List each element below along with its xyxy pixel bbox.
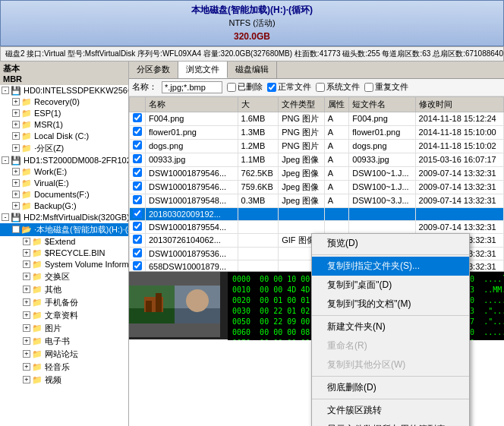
sidebar-item-localh[interactable]: -📂·本地磁盘(智能加载)(H:)·(循环) (0, 223, 128, 236)
expand-btn-backupg[interactable]: + (12, 202, 20, 210)
col-attr[interactable]: 属性 (324, 96, 348, 112)
table-row[interactable]: F004.png1.6MBPNG 图片AF004.png2014-11-18 1… (130, 112, 504, 125)
col-size[interactable]: 大 (238, 96, 279, 112)
expand-btn-localh[interactable]: - (12, 226, 20, 233)
expand-btn-wenzhang[interactable]: + (23, 311, 30, 319)
cb-duplicate[interactable] (364, 83, 373, 92)
file-checkbox-6[interactable] (133, 195, 142, 204)
file-checkbox-4[interactable] (133, 168, 142, 177)
expand-btn-esp[interactable]: + (12, 109, 20, 117)
file-checkbox-0[interactable] (133, 113, 142, 122)
sidebar-item-viruale[interactable]: +📁Virual(E:) (0, 178, 128, 189)
sidebar-item-documentsf[interactable]: +📁Documents(F:) (0, 189, 128, 200)
expand-btn-worke[interactable]: + (12, 168, 20, 175)
ctx-item[interactable]: 复制到"桌面"(D) (312, 276, 469, 295)
tab-disk-edit[interactable]: 磁盘编辑 (228, 62, 277, 78)
table-row[interactable]: DSW10001879554...2009-07-14 13:32:31 (130, 220, 504, 233)
col-short[interactable]: 短文件名 (349, 96, 415, 112)
col-modified[interactable]: 修改时间 (415, 96, 503, 112)
cb-deleted[interactable] (227, 83, 236, 92)
sidebar-item-msr[interactable]: +📁MSR(1) (0, 119, 128, 131)
sidebar-item-shipin[interactable]: +📁视频 (0, 374, 128, 387)
ctx-item[interactable]: 彻底删除(D) (312, 378, 469, 397)
sidebar-item-tupian[interactable]: +📁图片 (0, 322, 128, 335)
expand-btn-shipin[interactable]: + (23, 376, 30, 383)
expand-btn-wangzhan[interactable]: + (23, 350, 30, 358)
file-checkbox-3[interactable] (133, 154, 142, 163)
name-filter-input[interactable] (162, 81, 222, 93)
expand-btn-dianzi[interactable]: + (23, 337, 30, 345)
sidebar-item-jiaohuanqu[interactable]: +📁交换区 (0, 270, 128, 283)
col-name[interactable]: 名称 (146, 96, 238, 112)
sidebar-label-backupg: Backup(G:) (34, 201, 77, 210)
file-checkbox-2[interactable] (133, 140, 142, 150)
sidebar-item-worke[interactable]: +📁Work(E:) (0, 166, 128, 178)
ctx-item[interactable]: 文件簇区跳转 (312, 401, 469, 420)
expand-btn-tupian[interactable]: + (23, 324, 30, 332)
expand-btn-extend[interactable]: + (23, 238, 30, 245)
expand-btn-hd2[interactable]: - (2, 213, 9, 221)
file-cell-5: 2009-07-14 13:32:31 (415, 194, 503, 207)
sidebar-item-wenzhang[interactable]: +📁文章资料 (0, 309, 128, 322)
expand-btn-localc[interactable]: + (12, 132, 20, 140)
thumbnail-2 (175, 272, 220, 337)
ctx-item[interactable]: 新建文件夹(N) (312, 317, 469, 336)
file-checkbox-5[interactable] (133, 181, 142, 191)
expand-btn-yinyue[interactable]: + (23, 363, 30, 371)
sidebar-item-dianzi[interactable]: +📁电子书 (0, 335, 128, 348)
expand-btn-viruale[interactable]: + (12, 179, 20, 187)
table-row[interactable]: DSW10001879546...762.5KBJpeg 图像ADSW100~1… (130, 166, 504, 180)
sidebar-header: 基本MBR (0, 62, 128, 85)
table-row[interactable]: DSW10001879548...0.3MBJpeg 图像ADSW100~3.J… (130, 194, 504, 207)
file-checkbox-1[interactable] (133, 127, 142, 136)
col-type[interactable]: 文件类型 (279, 96, 325, 112)
sidebar-item-recovery[interactable]: +📁Recovery(0) (0, 96, 128, 108)
expand-btn-sysvolinfo[interactable]: + (23, 260, 30, 268)
sidebar-item-extend[interactable]: +📁$Extend (0, 236, 128, 248)
table-row[interactable]: flower01.png1.3MBPNG 图片Aflower01.png2014… (130, 125, 504, 139)
expand-btn-divider[interactable]: + (12, 144, 20, 152)
sidebar-item-esp[interactable]: +📁ESP(1) (0, 108, 128, 119)
file-checkbox-10[interactable] (133, 248, 142, 257)
table-row[interactable]: DSW10001879546...759.6KBJpeg 图像ADSW100~1… (130, 180, 504, 194)
file-checkbox-7[interactable] (133, 209, 142, 218)
sidebar-item-recyclebin[interactable]: +📁$RECYCLE.BIN (0, 248, 128, 259)
sidebar-item-hd2[interactable]: -💾HD2:MsftVirtualDisk(320GB) (0, 212, 128, 223)
file-cell-5: 2014-11-18 15:10:02 (415, 139, 503, 153)
cb-system[interactable] (316, 83, 325, 92)
file-cell-3: A (324, 180, 348, 194)
table-row[interactable]: 20180302009192... (130, 207, 504, 220)
file-cell-0: F004.png (146, 112, 238, 125)
ctx-item[interactable]: 复制到指定文件夹(S)... (312, 257, 469, 276)
sidebar-item-shouji[interactable]: +📁手机备份 (0, 296, 128, 309)
expand-btn-jiaohuanqu[interactable]: + (23, 273, 30, 280)
tab-browse[interactable]: 浏览文件 (178, 62, 228, 78)
ctx-item[interactable]: 预览(D) (312, 234, 469, 253)
ctx-item[interactable]: 复制到"我的文档"(M) (312, 295, 469, 314)
sidebar-item-qita[interactable]: +📁其他 (0, 283, 128, 296)
tab-partition[interactable]: 分区参数 (129, 62, 178, 78)
file-checkbox-11[interactable] (133, 261, 142, 270)
sidebar-item-hd0[interactable]: -💾HD0:INTELSSDPEKKW256G8(238GB) (0, 85, 128, 96)
ctx-item[interactable]: 显示文件数据所占用的簇列表 (312, 420, 469, 427)
table-row[interactable]: 00933.jpg1.1MBJpeg 图像A00933.jpg2015-03-1… (130, 153, 504, 166)
file-checkbox-8[interactable] (133, 222, 142, 231)
expand-btn-shouji[interactable]: + (23, 298, 30, 306)
expand-btn-recovery[interactable]: + (12, 98, 20, 106)
expand-btn-documentsf[interactable]: + (12, 191, 20, 198)
sidebar-item-backupg[interactable]: +📁Backup(G:) (0, 200, 128, 212)
file-checkbox-9[interactable] (133, 235, 142, 244)
expand-btn-msr[interactable]: + (12, 121, 20, 128)
sidebar-item-hd1[interactable]: -💾HD1:ST2000DM008-2FR102(1863GB) (0, 155, 128, 166)
expand-btn-recyclebin[interactable]: + (23, 249, 30, 257)
expand-btn-hd1[interactable]: - (2, 156, 9, 164)
table-row[interactable]: dogs.png1.2MBPNG 图片Adogs.png2014-11-18 1… (130, 139, 504, 153)
sidebar-item-yinyue[interactable]: +📁轻音乐 (0, 361, 128, 374)
sidebar-item-divider[interactable]: +📁·分区(Z) (0, 142, 128, 155)
sidebar-item-sysvolinfo[interactable]: +📁System Volume Information (0, 259, 128, 270)
cb-normal[interactable] (267, 83, 276, 92)
expand-btn-hd0[interactable]: - (2, 87, 9, 94)
sidebar-item-localc[interactable]: +📁Local Disk (C:) (0, 131, 128, 142)
expand-btn-qita[interactable]: + (23, 286, 30, 293)
sidebar-item-wangzhan[interactable]: +📁网站论坛 (0, 348, 128, 361)
